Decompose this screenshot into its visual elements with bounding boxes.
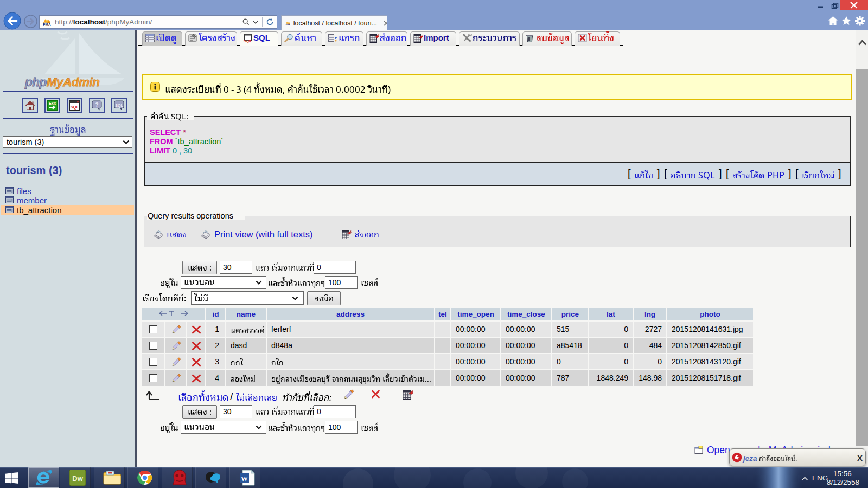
svg-text:SQL: SQL [244,38,253,43]
svg-text:PMA: PMA [286,24,291,26]
svg-text:PMA: PMA [43,23,51,27]
svg-text:?: ? [95,102,98,108]
svg-text:SQL: SQL [71,105,79,110]
svg-text:Exit: Exit [49,101,56,105]
svg-text:SQL: SQL [115,104,123,108]
svg-text:W: W [241,474,248,483]
svg-text:Dw: Dw [72,474,83,483]
